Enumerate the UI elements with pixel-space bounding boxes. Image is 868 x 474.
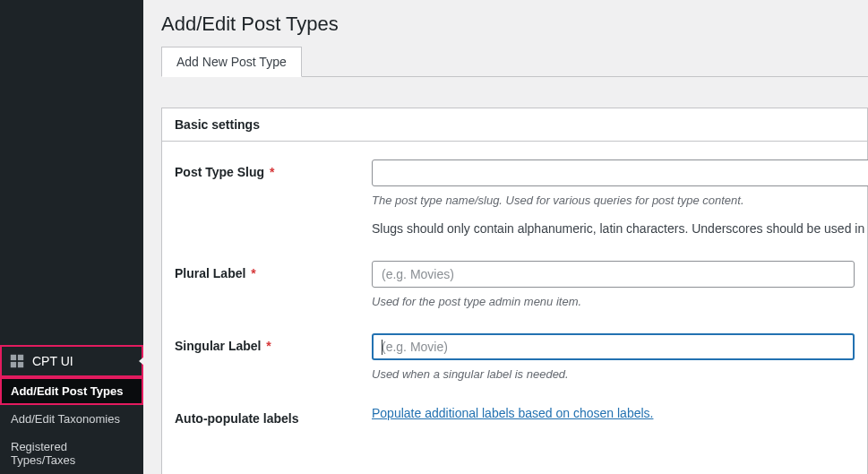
field-label: Post Type Slug * [175,159,372,179]
tabs: Add New Post Type [161,47,868,77]
required-indicator: * [266,165,274,179]
sidebar-item-add-edit-taxonomies[interactable]: Add/Edit Taxonomies [0,405,143,433]
label-text: Singular Label [175,339,261,353]
field-label: Singular Label * [175,333,372,353]
field-control: Used when a singular label is needed. [372,333,855,381]
field-label: Auto-populate labels [175,406,372,426]
svg-rect-0 [11,355,16,360]
sidebar-item-label: Add/Edit Taxonomies [11,412,120,426]
help-text: Used for the post type admin menu item. [372,295,855,308]
field-control: The post type name/slug. Used for variou… [372,159,868,236]
singular-label-input[interactable] [372,333,855,360]
field-control: Populate additional labels based on chos… [372,406,855,420]
panel-header: Basic settings [162,108,867,142]
arrow-right-icon [139,357,144,366]
settings-panel: Basic settings Post Type Slug * The post… [161,108,868,474]
field-row-plural: Plural Label * Used for the post type ad… [175,261,855,308]
sidebar-item-cpt-ui[interactable]: CPT UI [0,345,143,377]
help-text: The post type name/slug. Used for variou… [372,194,868,207]
svg-rect-3 [18,362,23,367]
plural-label-input[interactable] [372,261,855,288]
panel-body: Post Type Slug * The post type name/slug… [162,142,867,469]
label-text: Plural Label [175,266,245,280]
cpt-ui-icon [9,353,25,369]
field-row-autopopulate: Auto-populate labels Populate additional… [175,406,855,426]
field-label: Plural Label * [175,261,372,280]
sidebar-item-add-edit-post-types[interactable]: Add/Edit Post Types [0,377,143,405]
slug-note: Slugs should only contain alphanumeric, … [372,221,868,236]
populate-labels-link[interactable]: Populate additional labels based on chos… [372,406,653,420]
sidebar-item-registered-types-taxes[interactable]: Registered Types/Taxes [0,433,143,474]
field-control: Used for the post type admin menu item. [372,261,855,308]
main-content: Add/Edit Post Types Add New Post Type Ba… [143,0,868,474]
sidebar-item-label: Add/Edit Post Types [11,384,123,398]
input-wrap [372,333,855,360]
admin-sidebar: CPT UI Add/Edit Post Types Add/Edit Taxo… [0,0,143,474]
slug-input[interactable] [372,159,868,186]
sidebar-item-label: Registered Types/Taxes [11,440,134,467]
text-cursor-icon [382,340,382,355]
sidebar-item-label: CPT UI [32,354,73,368]
tab-add-new-post-type[interactable]: Add New Post Type [161,47,302,77]
help-text: Used when a singular label is needed. [372,367,855,381]
label-text: Auto-populate labels [175,411,298,426]
field-row-singular: Singular Label * Used when a singular la… [175,333,855,381]
page-title: Add/Edit Post Types [161,13,868,36]
field-row-slug: Post Type Slug * The post type name/slug… [175,159,855,236]
svg-rect-2 [11,362,16,367]
required-indicator: * [247,266,255,280]
label-text: Post Type Slug [175,165,264,179]
svg-rect-1 [18,355,23,360]
required-indicator: * [262,339,271,353]
